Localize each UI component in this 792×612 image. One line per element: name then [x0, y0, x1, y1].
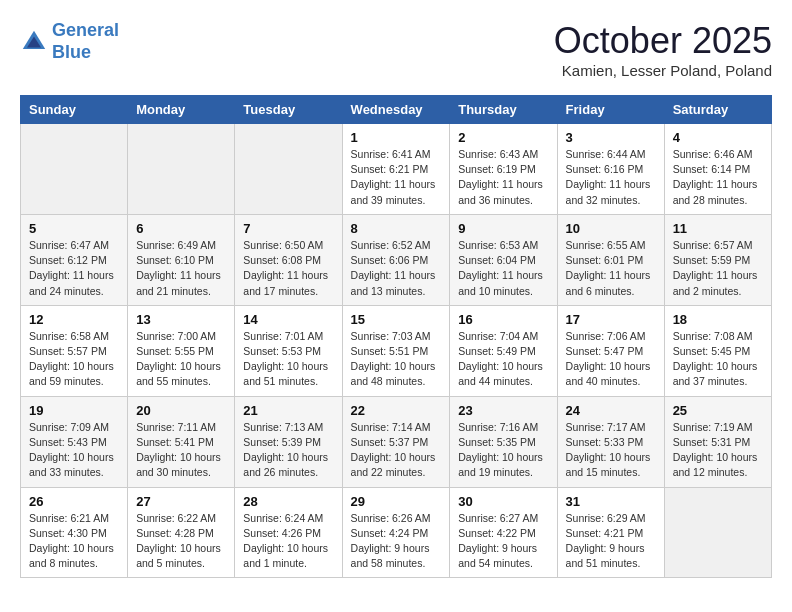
day-info: Sunrise: 7:03 AM Sunset: 5:51 PM Dayligh…: [351, 329, 442, 390]
calendar-cell: 15Sunrise: 7:03 AM Sunset: 5:51 PM Dayli…: [342, 305, 450, 396]
day-number: 18: [673, 312, 763, 327]
calendar-cell: 25Sunrise: 7:19 AM Sunset: 5:31 PM Dayli…: [664, 396, 771, 487]
day-info: Sunrise: 6:52 AM Sunset: 6:06 PM Dayligh…: [351, 238, 442, 299]
day-number: 16: [458, 312, 548, 327]
day-info: Sunrise: 6:41 AM Sunset: 6:21 PM Dayligh…: [351, 147, 442, 208]
day-number: 22: [351, 403, 442, 418]
calendar-cell: 14Sunrise: 7:01 AM Sunset: 5:53 PM Dayli…: [235, 305, 342, 396]
day-info: Sunrise: 6:49 AM Sunset: 6:10 PM Dayligh…: [136, 238, 226, 299]
calendar-cell: 27Sunrise: 6:22 AM Sunset: 4:28 PM Dayli…: [128, 487, 235, 578]
calendar-cell: 9Sunrise: 6:53 AM Sunset: 6:04 PM Daylig…: [450, 214, 557, 305]
day-number: 25: [673, 403, 763, 418]
day-info: Sunrise: 7:11 AM Sunset: 5:41 PM Dayligh…: [136, 420, 226, 481]
day-number: 17: [566, 312, 656, 327]
calendar-cell: 5Sunrise: 6:47 AM Sunset: 6:12 PM Daylig…: [21, 214, 128, 305]
logo: General Blue: [20, 20, 119, 63]
logo-line1: General: [52, 20, 119, 40]
weekday-header: Sunday: [21, 96, 128, 124]
day-info: Sunrise: 7:16 AM Sunset: 5:35 PM Dayligh…: [458, 420, 548, 481]
calendar-cell: 16Sunrise: 7:04 AM Sunset: 5:49 PM Dayli…: [450, 305, 557, 396]
day-info: Sunrise: 6:44 AM Sunset: 6:16 PM Dayligh…: [566, 147, 656, 208]
calendar-week-row: 26Sunrise: 6:21 AM Sunset: 4:30 PM Dayli…: [21, 487, 772, 578]
day-info: Sunrise: 7:00 AM Sunset: 5:55 PM Dayligh…: [136, 329, 226, 390]
day-number: 12: [29, 312, 119, 327]
calendar-week-row: 19Sunrise: 7:09 AM Sunset: 5:43 PM Dayli…: [21, 396, 772, 487]
day-number: 28: [243, 494, 333, 509]
weekday-header: Saturday: [664, 96, 771, 124]
calendar-cell: 21Sunrise: 7:13 AM Sunset: 5:39 PM Dayli…: [235, 396, 342, 487]
day-number: 1: [351, 130, 442, 145]
weekday-header: Friday: [557, 96, 664, 124]
calendar-cell: 30Sunrise: 6:27 AM Sunset: 4:22 PM Dayli…: [450, 487, 557, 578]
day-info: Sunrise: 6:29 AM Sunset: 4:21 PM Dayligh…: [566, 511, 656, 572]
day-info: Sunrise: 7:01 AM Sunset: 5:53 PM Dayligh…: [243, 329, 333, 390]
calendar-cell: 10Sunrise: 6:55 AM Sunset: 6:01 PM Dayli…: [557, 214, 664, 305]
calendar-cell: [664, 487, 771, 578]
calendar-cell: 31Sunrise: 6:29 AM Sunset: 4:21 PM Dayli…: [557, 487, 664, 578]
day-info: Sunrise: 6:26 AM Sunset: 4:24 PM Dayligh…: [351, 511, 442, 572]
day-number: 20: [136, 403, 226, 418]
logo-icon: [20, 28, 48, 56]
day-info: Sunrise: 6:50 AM Sunset: 6:08 PM Dayligh…: [243, 238, 333, 299]
day-number: 3: [566, 130, 656, 145]
day-number: 5: [29, 221, 119, 236]
calendar-cell: 20Sunrise: 7:11 AM Sunset: 5:41 PM Dayli…: [128, 396, 235, 487]
day-number: 7: [243, 221, 333, 236]
calendar-cell: 13Sunrise: 7:00 AM Sunset: 5:55 PM Dayli…: [128, 305, 235, 396]
day-number: 24: [566, 403, 656, 418]
day-info: Sunrise: 6:24 AM Sunset: 4:26 PM Dayligh…: [243, 511, 333, 572]
day-number: 23: [458, 403, 548, 418]
logo-text: General Blue: [52, 20, 119, 63]
calendar-cell: 3Sunrise: 6:44 AM Sunset: 6:16 PM Daylig…: [557, 124, 664, 215]
day-number: 13: [136, 312, 226, 327]
weekday-header: Wednesday: [342, 96, 450, 124]
day-number: 11: [673, 221, 763, 236]
calendar-cell: 17Sunrise: 7:06 AM Sunset: 5:47 PM Dayli…: [557, 305, 664, 396]
weekday-header: Monday: [128, 96, 235, 124]
calendar-cell: 26Sunrise: 6:21 AM Sunset: 4:30 PM Dayli…: [21, 487, 128, 578]
calendar-cell: 1Sunrise: 6:41 AM Sunset: 6:21 PM Daylig…: [342, 124, 450, 215]
calendar-cell: [128, 124, 235, 215]
calendar-cell: 19Sunrise: 7:09 AM Sunset: 5:43 PM Dayli…: [21, 396, 128, 487]
day-info: Sunrise: 6:55 AM Sunset: 6:01 PM Dayligh…: [566, 238, 656, 299]
calendar-week-row: 12Sunrise: 6:58 AM Sunset: 5:57 PM Dayli…: [21, 305, 772, 396]
location-subtitle: Kamien, Lesser Poland, Poland: [554, 62, 772, 79]
calendar-cell: 7Sunrise: 6:50 AM Sunset: 6:08 PM Daylig…: [235, 214, 342, 305]
day-info: Sunrise: 6:21 AM Sunset: 4:30 PM Dayligh…: [29, 511, 119, 572]
title-block: October 2025 Kamien, Lesser Poland, Pola…: [554, 20, 772, 79]
calendar-week-row: 5Sunrise: 6:47 AM Sunset: 6:12 PM Daylig…: [21, 214, 772, 305]
month-title: October 2025: [554, 20, 772, 62]
day-number: 6: [136, 221, 226, 236]
day-info: Sunrise: 7:13 AM Sunset: 5:39 PM Dayligh…: [243, 420, 333, 481]
day-number: 21: [243, 403, 333, 418]
page-header: General Blue October 2025 Kamien, Lesser…: [20, 20, 772, 79]
calendar-table: SundayMondayTuesdayWednesdayThursdayFrid…: [20, 95, 772, 578]
calendar-cell: 23Sunrise: 7:16 AM Sunset: 5:35 PM Dayli…: [450, 396, 557, 487]
day-info: Sunrise: 6:46 AM Sunset: 6:14 PM Dayligh…: [673, 147, 763, 208]
day-info: Sunrise: 7:04 AM Sunset: 5:49 PM Dayligh…: [458, 329, 548, 390]
day-number: 30: [458, 494, 548, 509]
day-number: 19: [29, 403, 119, 418]
calendar-cell: 8Sunrise: 6:52 AM Sunset: 6:06 PM Daylig…: [342, 214, 450, 305]
day-number: 4: [673, 130, 763, 145]
day-info: Sunrise: 6:27 AM Sunset: 4:22 PM Dayligh…: [458, 511, 548, 572]
day-info: Sunrise: 7:19 AM Sunset: 5:31 PM Dayligh…: [673, 420, 763, 481]
calendar-cell: 18Sunrise: 7:08 AM Sunset: 5:45 PM Dayli…: [664, 305, 771, 396]
day-info: Sunrise: 7:14 AM Sunset: 5:37 PM Dayligh…: [351, 420, 442, 481]
day-number: 15: [351, 312, 442, 327]
day-number: 14: [243, 312, 333, 327]
day-info: Sunrise: 7:09 AM Sunset: 5:43 PM Dayligh…: [29, 420, 119, 481]
day-info: Sunrise: 6:22 AM Sunset: 4:28 PM Dayligh…: [136, 511, 226, 572]
day-info: Sunrise: 6:43 AM Sunset: 6:19 PM Dayligh…: [458, 147, 548, 208]
day-info: Sunrise: 6:47 AM Sunset: 6:12 PM Dayligh…: [29, 238, 119, 299]
day-number: 10: [566, 221, 656, 236]
calendar-cell: 29Sunrise: 6:26 AM Sunset: 4:24 PM Dayli…: [342, 487, 450, 578]
day-number: 9: [458, 221, 548, 236]
calendar-cell: 28Sunrise: 6:24 AM Sunset: 4:26 PM Dayli…: [235, 487, 342, 578]
calendar-cell: 2Sunrise: 6:43 AM Sunset: 6:19 PM Daylig…: [450, 124, 557, 215]
calendar-cell: 22Sunrise: 7:14 AM Sunset: 5:37 PM Dayli…: [342, 396, 450, 487]
calendar-cell: 11Sunrise: 6:57 AM Sunset: 5:59 PM Dayli…: [664, 214, 771, 305]
day-number: 26: [29, 494, 119, 509]
weekday-header-row: SundayMondayTuesdayWednesdayThursdayFrid…: [21, 96, 772, 124]
day-info: Sunrise: 7:06 AM Sunset: 5:47 PM Dayligh…: [566, 329, 656, 390]
